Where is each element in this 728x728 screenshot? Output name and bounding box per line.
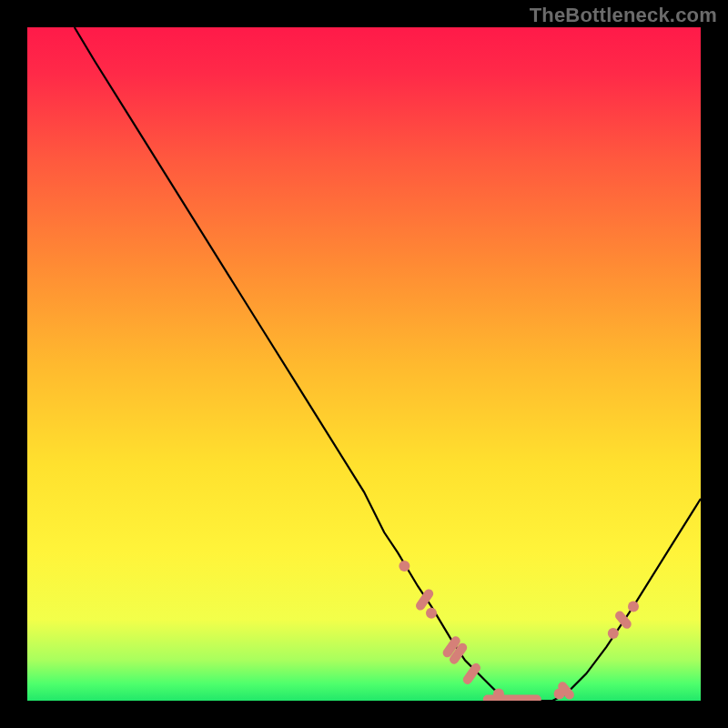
bottleneck-curve xyxy=(75,27,701,701)
chart-container: TheBottleneck.com xyxy=(0,0,728,728)
data-marker xyxy=(628,601,639,612)
chart-overlay xyxy=(27,27,701,701)
plot-area xyxy=(27,27,701,701)
marker-group xyxy=(399,561,639,701)
data-marker xyxy=(399,561,410,571)
watermark-text: TheBottleneck.com xyxy=(530,4,717,27)
data-marker xyxy=(608,628,619,639)
data-marker xyxy=(483,695,541,702)
data-marker xyxy=(426,608,437,619)
